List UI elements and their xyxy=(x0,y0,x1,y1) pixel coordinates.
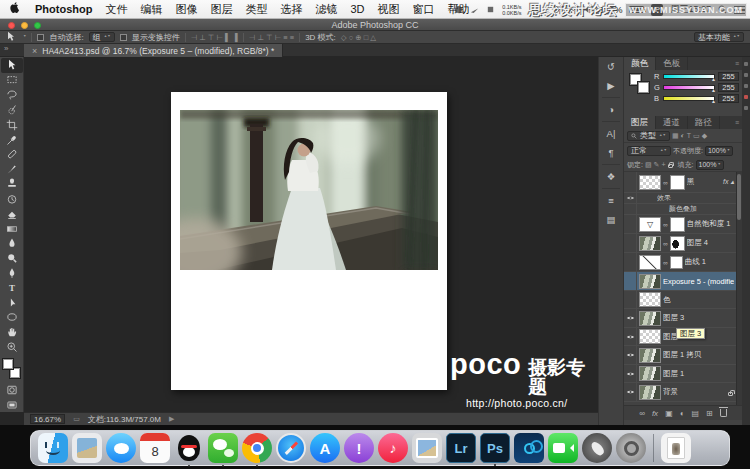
layer-row-1-copy[interactable]: 图层 1 拷贝 xyxy=(624,346,742,365)
layer-mask-thumbnail[interactable] xyxy=(670,236,685,251)
dock-safari-icon[interactable] xyxy=(276,433,306,463)
history-brush-tool[interactable] xyxy=(1,191,23,206)
visibility-toggle[interactable] xyxy=(624,383,637,401)
dodge-tool[interactable] xyxy=(1,251,23,266)
tray-app3-icon[interactable] xyxy=(486,5,495,14)
visibility-toggle[interactable] xyxy=(624,346,637,364)
dock-itunes-icon[interactable]: ♪ xyxy=(378,433,408,463)
menu-photoshop[interactable]: Photoshop xyxy=(35,3,92,15)
edge-icon-3[interactable] xyxy=(744,84,748,88)
dock-appstore-icon[interactable]: A xyxy=(310,433,340,463)
layer-name[interactable]: 色 xyxy=(663,295,734,305)
vibrance-adjustment-icon[interactable]: ▽ xyxy=(639,217,661,232)
add-mask-button[interactable]: ▣ xyxy=(665,409,673,418)
tab-channels[interactable]: 通道 xyxy=(656,116,688,129)
panel-collapse-icon[interactable]: » xyxy=(4,44,8,53)
layer-name[interactable]: 曲线 1 xyxy=(685,257,734,267)
screen-mode-button[interactable] xyxy=(1,397,23,412)
edge-icon-4[interactable] xyxy=(744,95,748,99)
layer-name[interactable]: 图层 1 拷贝 xyxy=(663,350,734,360)
layers-panel-menu-icon[interactable]: ≡ xyxy=(735,119,739,126)
history-panel-icon[interactable]: ↺ xyxy=(598,57,624,76)
dock-chrome-icon[interactable] xyxy=(242,433,272,463)
layer-thumbnail[interactable] xyxy=(639,236,661,251)
visibility-toggle[interactable] xyxy=(624,328,637,345)
menubar-clock[interactable]: 周三15:27 xyxy=(670,3,711,16)
show-transform-checkbox[interactable] xyxy=(120,34,127,41)
document-tab[interactable]: × HA4A2413.psd @ 16.7% (Exposure 5 – (mo… xyxy=(24,44,283,57)
character-panel-icon[interactable]: A| xyxy=(598,124,624,143)
clone-stamp-tool[interactable] xyxy=(1,177,23,192)
layer-row-vibrance[interactable]: ▽ ∞ 自然饱和度 1 xyxy=(624,215,742,234)
link-layers-button[interactable]: ∞ xyxy=(639,409,645,418)
dock-qq-icon[interactable] xyxy=(174,433,204,463)
healing-brush-tool[interactable] xyxy=(1,147,23,162)
canvas-area[interactable]: poco 摄影专题 http://photo.poco.cn/ xyxy=(24,57,598,412)
paragraph-panel-icon[interactable]: ¶ xyxy=(598,143,624,162)
layer-thumbnail[interactable] xyxy=(639,329,661,344)
workspace-switcher[interactable]: 基本功能▲▼ xyxy=(694,32,744,42)
layer-thumbnail[interactable] xyxy=(639,274,661,289)
preset-dropdown-icon[interactable]: ▼ xyxy=(23,35,26,39)
layer-name[interactable]: 背景 xyxy=(663,387,726,397)
volume-icon[interactable] xyxy=(583,5,592,14)
layer-row-background[interactable]: 背景 xyxy=(624,383,742,402)
layer-thumbnail[interactable] xyxy=(639,175,661,190)
opacity-value[interactable]: 100%▼ xyxy=(705,146,733,156)
visibility-toggle[interactable] xyxy=(624,253,637,271)
auto-select-combo[interactable]: 组▲▼ xyxy=(89,32,115,42)
layer-name[interactable]: 图层 1 xyxy=(663,369,734,379)
menu-image[interactable]: 图像 xyxy=(175,2,197,17)
visibility-toggle[interactable] xyxy=(624,234,637,252)
foreground-color-swatch[interactable] xyxy=(2,358,14,370)
lock-transparency-icon[interactable]: ▨ xyxy=(645,161,652,169)
layer-style-button[interactable]: fx xyxy=(652,409,658,418)
layer-thumbnail[interactable] xyxy=(639,348,661,363)
green-slider[interactable]: ▲ xyxy=(663,85,715,90)
zoom-tool[interactable] xyxy=(1,340,23,355)
adjustment-layer-button[interactable]: ◐ xyxy=(680,409,685,418)
spotlight-search-icon[interactable] xyxy=(718,5,727,14)
blue-slider[interactable]: ▲ xyxy=(663,96,715,101)
menu-select[interactable]: 选择 xyxy=(280,2,302,17)
styles-panel-icon[interactable]: ▤ xyxy=(598,210,624,229)
gradient-tool[interactable] xyxy=(1,221,23,236)
new-group-button[interactable]: ▤ xyxy=(692,409,700,418)
blend-mode-combo[interactable]: 正常▲▼ xyxy=(627,146,671,156)
layer-name[interactable]: 自然饱和度 1 xyxy=(687,219,734,229)
notification-center-icon[interactable] xyxy=(734,6,745,14)
visibility-toggle[interactable] xyxy=(624,215,637,233)
effects-visibility-toggle[interactable] xyxy=(624,193,637,203)
auto-select-checkbox[interactable] xyxy=(37,34,44,41)
dock-launchpad-icon[interactable] xyxy=(582,433,612,463)
dock-swirl-app-icon[interactable] xyxy=(514,433,544,463)
dock-purple-app-icon[interactable]: ! xyxy=(344,433,374,463)
dock-lightroom-icon[interactable]: Lr xyxy=(446,433,476,463)
dock-photobooth-icon[interactable] xyxy=(412,433,442,463)
properties-panel-icon[interactable]: ≡ xyxy=(598,191,624,210)
clock-tray-icon[interactable] xyxy=(551,5,560,14)
layer-row-curves[interactable]: ∞ 曲线 1 xyxy=(624,253,742,272)
lock-position-icon[interactable]: + xyxy=(661,161,665,168)
menu-type[interactable]: 类型 xyxy=(245,2,267,17)
delete-layer-button[interactable] xyxy=(720,409,727,417)
eraser-tool[interactable] xyxy=(1,206,23,221)
menu-view[interactable]: 视图 xyxy=(378,2,400,17)
pen-tool[interactable] xyxy=(1,266,23,281)
input-method-badge[interactable]: P xyxy=(651,4,663,16)
new-layer-button[interactable]: ⊞ xyxy=(706,409,713,418)
brush-tool[interactable] xyxy=(1,162,23,177)
menu-layer[interactable]: 图层 xyxy=(210,2,232,17)
move-tool[interactable] xyxy=(1,58,23,73)
filter-type-icon[interactable]: T xyxy=(687,132,691,139)
wifi-icon[interactable] xyxy=(567,5,576,14)
quick-mask-button[interactable] xyxy=(1,382,23,397)
visibility-toggle[interactable] xyxy=(624,309,637,327)
document-page[interactable] xyxy=(171,92,447,390)
layer-thumbnail[interactable] xyxy=(639,366,661,381)
filter-adjustment-icon[interactable]: ◐ xyxy=(681,132,685,139)
visibility-toggle[interactable] xyxy=(624,272,637,290)
tab-color[interactable]: 颜色 xyxy=(624,57,656,70)
panel-background-swatch[interactable] xyxy=(637,81,650,94)
3d-panel-icon[interactable]: ❖ xyxy=(598,167,624,186)
